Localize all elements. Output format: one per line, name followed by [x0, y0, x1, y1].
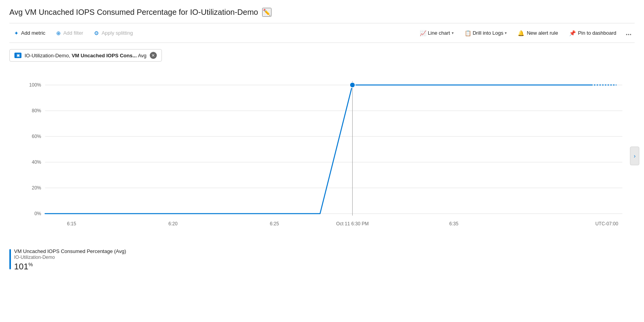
chart-expand-button[interactable]: › — [630, 147, 639, 165]
metric-pill-close-button[interactable]: ✕ — [150, 52, 157, 59]
add-metric-icon: ✦ — [14, 30, 19, 36]
svg-text:0%: 0% — [34, 211, 41, 216]
apply-splitting-icon: ⚙ — [94, 30, 99, 36]
svg-text:80%: 80% — [32, 108, 41, 113]
legend-text: VM Uncached IOPS Consumed Percentage (Av… — [14, 248, 126, 272]
metric-pill-text: IO-Utilization-Demo, VM Uncached IOPS Co… — [25, 53, 147, 58]
page-title: Avg VM Uncached IOPS Consumed Percentage… — [9, 8, 258, 17]
add-filter-button[interactable]: ⊕ Add filter — [51, 28, 88, 39]
line-chart-button[interactable]: 📈 Line chart ▾ — [415, 28, 458, 39]
pin-icon: 📌 — [569, 30, 576, 36]
edit-title-button[interactable]: ✏️ — [262, 8, 271, 17]
svg-text:6:35: 6:35 — [449, 221, 459, 226]
add-filter-icon: ⊕ — [56, 30, 61, 36]
svg-text:UTC-07:00: UTC-07:00 — [595, 221, 618, 226]
chart-svg-wrapper: 100% 80% 60% 40% 20% 0% 6:15 6:20 6:25 O… — [9, 69, 635, 242]
chart-legend: VM Uncached IOPS Consumed Percentage (Av… — [9, 245, 635, 275]
metric-pill: ▣ IO-Utilization-Demo, VM Uncached IOPS … — [9, 49, 162, 62]
add-metric-button[interactable]: ✦ Add metric — [9, 28, 50, 39]
svg-text:100%: 100% — [29, 82, 41, 88]
line-chart-chevron-icon: ▾ — [452, 31, 454, 35]
legend-value: 101% — [14, 262, 126, 272]
toolbar-right-group: 📈 Line chart ▾ 📋 Drill into Logs ▾ 🔔 New… — [415, 27, 635, 39]
pin-to-dashboard-button[interactable]: 📌 Pin to dashboard — [564, 28, 621, 39]
legend-color-bar — [9, 249, 11, 269]
svg-text:6:15: 6:15 — [67, 221, 76, 226]
svg-text:Oct 11 6:30 PM: Oct 11 6:30 PM — [336, 221, 369, 226]
page-title-container: Avg VM Uncached IOPS Consumed Percentage… — [9, 8, 635, 17]
chart-area: 100% 80% 60% 40% 20% 0% 6:15 6:20 6:25 O… — [9, 69, 635, 275]
more-options-button[interactable]: ... — [623, 27, 635, 39]
drill-logs-icon: 📋 — [465, 30, 471, 36]
svg-text:6:20: 6:20 — [169, 221, 178, 226]
svg-point-20 — [350, 82, 355, 88]
new-alert-rule-button[interactable]: 🔔 New alert rule — [513, 28, 562, 39]
alert-rule-icon: 🔔 — [518, 30, 524, 36]
drill-into-logs-button[interactable]: 📋 Drill into Logs ▾ — [460, 28, 512, 39]
line-chart-icon: 📈 — [420, 30, 426, 36]
apply-splitting-button[interactable]: ⚙ Apply splitting — [89, 28, 137, 39]
svg-text:60%: 60% — [32, 134, 41, 139]
legend-title: VM Uncached IOPS Consumed Percentage (Av… — [14, 248, 126, 254]
drill-logs-chevron-icon: ▾ — [505, 31, 507, 35]
chart-svg: 100% 80% 60% 40% 20% 0% 6:15 6:20 6:25 O… — [9, 69, 635, 241]
svg-text:40%: 40% — [32, 159, 41, 165]
svg-text:6:25: 6:25 — [270, 221, 279, 226]
toolbar: ✦ Add metric ⊕ Add filter ⚙ Apply splitt… — [9, 23, 635, 43]
chart-container: 100% 80% 60% 40% 20% 0% 6:15 6:20 6:25 O… — [9, 69, 635, 242]
vm-icon: ▣ — [14, 53, 21, 58]
legend-subtitle: IO-Utilization-Demo — [14, 255, 126, 260]
svg-text:20%: 20% — [32, 185, 41, 191]
